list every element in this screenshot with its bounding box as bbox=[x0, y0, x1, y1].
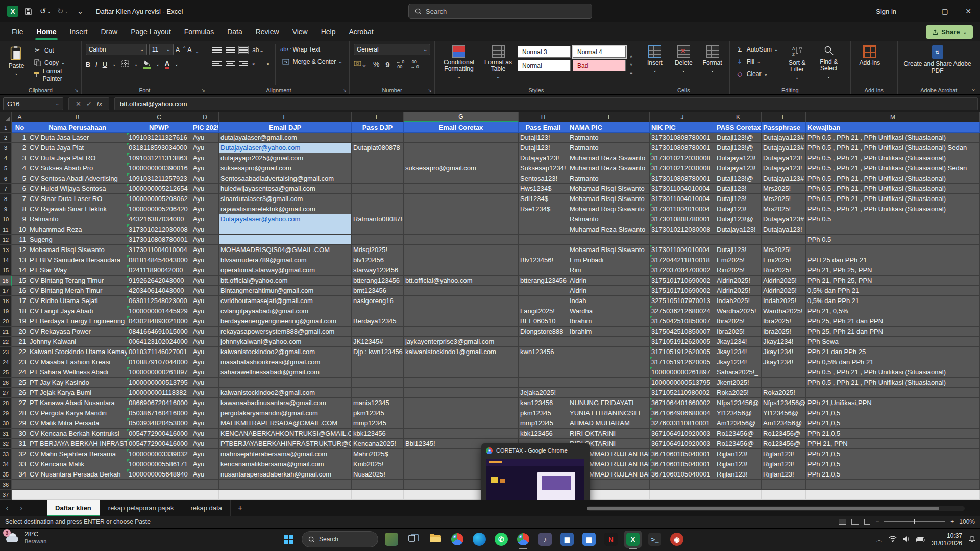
cell-C9[interactable]: 1000000005206420 bbox=[127, 204, 191, 214]
cell-M24[interactable]: PPh 0,5% dan PPh 21 bbox=[806, 357, 980, 367]
cell-E21[interactable]: rekayasapowersystem888@gmail.com bbox=[219, 327, 352, 337]
cell-C35[interactable]: 1000000005648940 bbox=[127, 469, 191, 480]
cell-K4[interactable]: Dutajaya123! bbox=[715, 153, 762, 163]
cell-L35[interactable]: Rijjlan123! bbox=[762, 469, 806, 480]
cell-B16[interactable]: CV Bintang Terang Timur bbox=[28, 276, 127, 286]
cell-J29[interactable]: 3671064906680004 bbox=[650, 408, 715, 418]
autosum-button[interactable]: ΣAutoSum ⌄ bbox=[734, 44, 780, 55]
cell-K26[interactable]: Jkent2025! bbox=[715, 378, 762, 388]
cell-G22[interactable]: jaykayenterprise3@gmail.com bbox=[404, 337, 519, 347]
decrease-indent-icon[interactable]: ⇤≡ bbox=[252, 61, 260, 67]
cell-J26[interactable]: 1000000000513795 bbox=[650, 378, 715, 388]
cell-K37[interactable] bbox=[715, 490, 762, 500]
cell-B26[interactable]: PT Jay Kay Kasindo bbox=[28, 378, 127, 388]
share-button[interactable]: Share ⌄ bbox=[926, 25, 973, 39]
cell-G10[interactable] bbox=[404, 214, 519, 224]
cell-L15[interactable]: Rini2025! bbox=[762, 265, 806, 276]
cell-A29[interactable]: 28 bbox=[12, 408, 28, 418]
cell-F19[interactable] bbox=[352, 306, 404, 316]
cell-L34[interactable]: Rijjlan123! bbox=[762, 459, 806, 469]
cell-I25[interactable] bbox=[568, 367, 650, 378]
comma-style-icon[interactable]: 9 bbox=[385, 60, 389, 69]
row-header-9[interactable]: 9 bbox=[0, 204, 12, 214]
cell-style-normal[interactable]: Normal bbox=[518, 60, 571, 71]
cell-H15[interactable] bbox=[519, 265, 568, 276]
cell-C32[interactable]: 0054772900416000 bbox=[127, 439, 191, 449]
number-dialog-launcher-icon[interactable]: ↘ bbox=[428, 88, 432, 93]
italic-button[interactable]: I bbox=[95, 61, 97, 68]
row-header-18[interactable]: 18 bbox=[0, 296, 12, 306]
cell-B3[interactable]: CV Duta Jaya Plat bbox=[28, 143, 127, 153]
cell-L30[interactable]: Am123456@ bbox=[762, 418, 806, 429]
cell-G9[interactable] bbox=[404, 204, 519, 214]
cell-C13[interactable]: 3173011004010004 bbox=[127, 245, 191, 255]
cell-D9[interactable]: Ayu bbox=[191, 204, 219, 214]
cell-F9[interactable] bbox=[352, 204, 404, 214]
cell-J15[interactable]: 3172037004700002 bbox=[650, 265, 715, 276]
cell-J16[interactable]: 3175101710690002 bbox=[650, 276, 715, 286]
column-header-G[interactable]: G bbox=[404, 112, 519, 122]
cell-M20[interactable]: PPh 25, PPh 21 dan PPN bbox=[806, 316, 980, 327]
cell-G21[interactable] bbox=[404, 327, 519, 337]
cell-A22[interactable]: 21 bbox=[12, 337, 28, 347]
collapse-ribbon-icon[interactable]: ⌄ bbox=[971, 85, 976, 92]
cell-B21[interactable]: CV Rekayasa Power bbox=[28, 327, 127, 337]
cell-E27[interactable]: kalwanistockindoo2@gmail.com bbox=[219, 388, 352, 398]
cell-A28[interactable]: 27 bbox=[12, 398, 28, 408]
speaker-icon[interactable] bbox=[903, 535, 910, 544]
cell-I13[interactable]: Mohamad Risqi Siswanto bbox=[568, 245, 650, 255]
cell-A10[interactable]: 9 bbox=[12, 214, 28, 224]
cell-E26[interactable] bbox=[219, 378, 352, 388]
cell-D14[interactable]: Ayu bbox=[191, 255, 219, 265]
cell-G29[interactable] bbox=[404, 408, 519, 418]
cell-E11[interactable] bbox=[219, 224, 352, 235]
cell-K13[interactable]: Dutajl123! bbox=[715, 245, 762, 255]
cell-J31[interactable]: 3671064910920003 bbox=[650, 429, 715, 439]
cell-C17[interactable]: 420340614043000 bbox=[127, 286, 191, 296]
cell-L29[interactable]: Yf123456@ bbox=[762, 408, 806, 418]
cell-C19[interactable]: 1000000001445929 bbox=[127, 306, 191, 316]
cell-E31[interactable]: KENCANABERKAHKONTRUKSI@GMAIL.CO bbox=[219, 429, 352, 439]
taskbar-app-calendar[interactable]: ▦ bbox=[580, 531, 598, 548]
cell-L7[interactable]: Mrs2025! bbox=[762, 184, 806, 194]
cell-E2[interactable]: dutajayalaser@gmail.com bbox=[219, 133, 352, 143]
cell-F3[interactable]: Dutaplat080878 bbox=[352, 143, 404, 153]
cell-M34[interactable]: PPh 21,0,5 bbox=[806, 459, 980, 469]
cell-H9[interactable]: Rse1234$ bbox=[519, 204, 568, 214]
taskbar-app-n[interactable]: N bbox=[602, 531, 620, 548]
cell-M15[interactable]: PPh 21, PPh 25, PPN bbox=[806, 265, 980, 276]
conditional-formatting-button[interactable]: Conditional Formatting⌄ bbox=[439, 44, 479, 85]
cell-J22[interactable]: 3171051912620005 bbox=[650, 337, 715, 347]
cell-L5[interactable]: Dutajaya123! bbox=[762, 163, 806, 173]
cell-E15[interactable]: operational.starway@gmail.com bbox=[219, 265, 352, 276]
cell-G26[interactable] bbox=[404, 378, 519, 388]
cell-K22[interactable]: Jkay1234! bbox=[715, 337, 762, 347]
cell-C23[interactable]: 0018371146027001 bbox=[127, 347, 191, 357]
row-header-23[interactable]: 23 bbox=[0, 347, 12, 357]
enter-formula-icon[interactable]: ✓ bbox=[86, 100, 92, 108]
cell-J25[interactable]: 1000000000261897 bbox=[650, 367, 715, 378]
column-header-M[interactable]: M bbox=[806, 112, 980, 122]
format-cells-button[interactable]: Format⌄ bbox=[699, 44, 725, 85]
cell-A1[interactable]: No bbox=[12, 122, 28, 133]
cell-J2[interactable]: 3173010808780001 bbox=[650, 133, 715, 143]
cut-button[interactable]: ✂Cut bbox=[32, 45, 77, 56]
chrome-button[interactable] bbox=[449, 531, 466, 548]
cell-E9[interactable]: rajawalisinarelektrik@gmail.com bbox=[219, 204, 352, 214]
row-header-22[interactable]: 22 bbox=[0, 337, 12, 347]
cell-E3[interactable]: Dutajayalaser@yahoo.com bbox=[219, 143, 352, 153]
cell-C5[interactable]: 1000000000390016 bbox=[127, 163, 191, 173]
cell-K20[interactable]: Ibra2025! bbox=[715, 316, 762, 327]
cell-J35[interactable]: 3671060105040001 bbox=[650, 469, 715, 480]
cell-M9[interactable]: PPh 0.5 , PPh 21 , PPh Unifikasi (Situas… bbox=[806, 204, 980, 214]
cell-L36[interactable] bbox=[762, 480, 806, 490]
cell-E23[interactable]: kalwanistockindoo2@gmail.com bbox=[219, 347, 352, 357]
cell-C30[interactable]: 0503934820453000 bbox=[127, 418, 191, 429]
cell-F18[interactable]: nasigoreng16 bbox=[352, 296, 404, 306]
menu-tab-review[interactable]: Review bbox=[249, 22, 286, 41]
cell-A33[interactable]: 32 bbox=[12, 449, 28, 459]
horizontal-scrollbar[interactable] bbox=[587, 506, 965, 511]
cell-style-normal-3[interactable]: Normal 3 bbox=[518, 46, 571, 58]
font-color-button[interactable]: A bbox=[165, 60, 169, 69]
sheet-tab-daftar-klien[interactable]: Daftar klien bbox=[47, 500, 100, 516]
